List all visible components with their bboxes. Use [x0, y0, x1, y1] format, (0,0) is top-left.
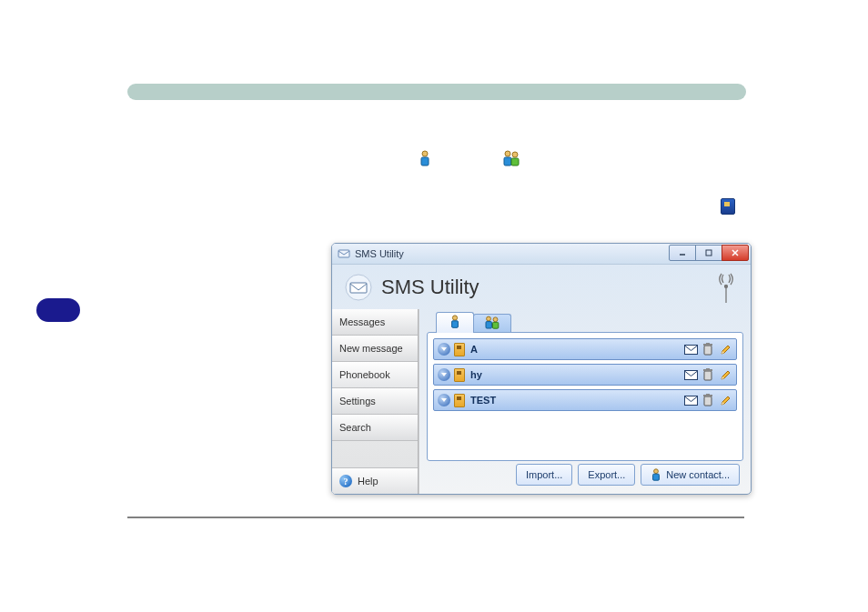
button-label: New contact... [666, 469, 730, 480]
inline-contact-icons [419, 150, 520, 169]
contact-name: A [470, 344, 478, 355]
svg-point-2 [505, 151, 510, 156]
svg-rect-31 [653, 474, 660, 480]
expand-icon[interactable] [438, 343, 450, 356]
bottom-toolbar: Import... Export... New contact... [427, 461, 743, 488]
svg-rect-23 [704, 371, 712, 380]
svg-point-16 [493, 317, 498, 322]
close-button[interactable] [722, 245, 749, 261]
page-footer-rule [127, 517, 744, 518]
svg-rect-26 [684, 396, 697, 405]
sidebar-item-new-message[interactable]: New message [332, 336, 418, 362]
svg-point-0 [422, 151, 428, 156]
sidebar-item-label: Messages [339, 316, 385, 327]
app-title: SMS Utility [381, 276, 479, 299]
sidebar-item-label: Search [339, 422, 371, 433]
sim-icon [454, 394, 465, 407]
page-side-badge [36, 298, 80, 322]
app-header: SMS Utility [338, 267, 745, 307]
phonebook-tabs [436, 313, 743, 333]
svg-rect-21 [706, 343, 710, 345]
sim-icon [454, 343, 465, 356]
edit-icon[interactable] [718, 342, 732, 356]
svg-rect-6 [338, 250, 349, 257]
svg-point-14 [487, 316, 491, 321]
single-contact-icon [419, 150, 431, 169]
svg-rect-25 [706, 368, 710, 370]
window-controls [670, 245, 749, 261]
sidebar-item-search[interactable]: Search [332, 415, 418, 441]
contact-name: hy [470, 369, 482, 380]
import-button[interactable]: Import... [516, 464, 572, 486]
svg-rect-13 [452, 321, 459, 328]
delete-icon[interactable] [701, 367, 715, 382]
sidebar-item-label: Phonebook [339, 369, 390, 380]
contact-row[interactable]: hy [433, 364, 737, 386]
help-icon: ? [339, 475, 352, 487]
sidebar-item-phonebook[interactable]: Phonebook [332, 362, 418, 388]
tab-single-contacts[interactable] [436, 312, 474, 333]
envelope-logo-icon [345, 274, 372, 301]
new-contact-button[interactable]: New contact... [641, 464, 740, 486]
svg-rect-27 [704, 396, 712, 406]
maximize-button[interactable] [695, 245, 722, 261]
svg-rect-22 [684, 370, 697, 379]
sidebar-item-label: Settings [339, 396, 376, 406]
main-panel: A [419, 309, 751, 494]
contacts-list: A [427, 332, 743, 461]
window-title: SMS Utility [355, 248, 404, 259]
edit-icon[interactable] [718, 393, 732, 407]
sidebar: Messages New message Phonebook Settings … [332, 309, 419, 494]
help-button[interactable]: ? Help [332, 467, 418, 494]
button-label: Export... [588, 469, 625, 480]
expand-icon[interactable] [438, 368, 450, 381]
delete-icon[interactable] [701, 342, 715, 356]
titlebar: SMS Utility [332, 244, 751, 265]
svg-point-12 [452, 316, 457, 320]
antenna-icon [714, 272, 738, 303]
svg-rect-3 [504, 157, 511, 166]
app-icon [338, 247, 350, 260]
sidebar-item-settings[interactable]: Settings [332, 388, 418, 415]
sidebar-item-label: New message [339, 343, 403, 354]
sms-utility-window: SMS Utility SMS Utility [331, 243, 752, 495]
svg-rect-8 [706, 250, 712, 256]
svg-rect-10 [350, 283, 367, 293]
new-contact-icon [651, 468, 661, 481]
contact-name: TEST [470, 395, 496, 406]
svg-point-4 [512, 152, 518, 157]
sidebar-item-messages[interactable]: Messages [332, 309, 418, 336]
svg-rect-17 [492, 322, 498, 328]
page-header-bar [127, 84, 746, 100]
help-label: Help [358, 476, 378, 487]
contact-row[interactable]: TEST [433, 389, 737, 411]
group-contact-icon [484, 316, 500, 332]
export-button[interactable]: Export... [578, 464, 635, 486]
svg-rect-19 [704, 346, 712, 355]
button-label: Import... [526, 469, 562, 480]
minimize-button[interactable] [669, 245, 696, 261]
group-contact-icon [502, 150, 520, 169]
sim-icon [454, 368, 465, 382]
svg-rect-5 [511, 158, 519, 166]
svg-point-11 [725, 286, 728, 288]
sim-card-icon [721, 198, 735, 215]
expand-icon[interactable] [438, 394, 450, 406]
contact-row[interactable]: A [433, 338, 737, 360]
svg-rect-29 [706, 394, 710, 396]
delete-icon[interactable] [701, 393, 715, 407]
svg-rect-18 [684, 345, 697, 354]
svg-point-30 [654, 469, 659, 474]
send-message-icon[interactable] [683, 342, 698, 356]
send-message-icon[interactable] [683, 367, 698, 382]
svg-rect-1 [421, 157, 429, 166]
svg-rect-15 [486, 322, 491, 328]
edit-icon[interactable] [718, 367, 732, 382]
send-message-icon[interactable] [683, 393, 698, 407]
tab-group-contacts[interactable] [473, 314, 511, 333]
single-contact-icon [449, 315, 460, 331]
